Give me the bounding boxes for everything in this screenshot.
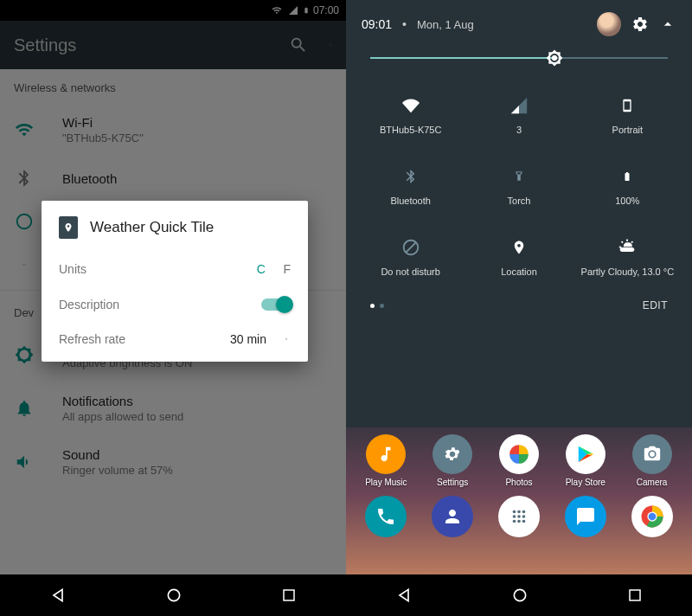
refresh-row[interactable]: Refresh rate 30 min [42,322,308,362]
app-label: Settings [437,478,468,487]
qs-location-label: Location [501,266,537,277]
portrait-icon [620,95,634,116]
recent-button[interactable] [627,587,643,603]
app-play-store[interactable]: Play Store [554,434,617,487]
dnd-icon [401,237,420,258]
qs-torch-label: Torch [508,196,531,206]
dock [346,487,692,546]
user-avatar[interactable] [597,12,621,36]
qs-signal-label: 3 [516,125,522,135]
units-row[interactable]: Units C F [42,251,308,287]
qs-wifi-label: BTHub5-K75C [380,125,442,135]
app-drawer-button[interactable] [498,496,540,537]
notifications-label: Notifications [62,394,183,408]
nav-bar [0,574,346,616]
status-bar: 07:00 [0,0,346,21]
units-fahrenheit[interactable]: F [283,262,291,276]
units-celsius[interactable]: C [257,262,266,276]
qs-tile-signal[interactable]: 3 [465,80,573,151]
back-button[interactable] [395,587,413,604]
wifi-icon [270,5,284,16]
qs-portrait-label: Portrait [612,125,643,135]
qs-battery-label: 100% [615,196,639,206]
app-bar-title: Settings [14,35,289,55]
app-label: Photos [505,478,532,487]
units-label: Units [59,262,257,276]
brightness-thumb-icon[interactable] [544,48,565,68]
overflow-icon[interactable] [329,37,332,53]
qs-tile-bluetooth[interactable]: Bluetooth [356,151,465,221]
signal-icon [509,95,529,116]
weather-tile-icon [59,216,78,239]
bluetooth-label: Bluetooth [62,171,117,186]
qs-tile-weather[interactable]: Partly Cloudy, 13.0 °C [573,221,682,292]
svg-point-4 [517,510,521,514]
svg-point-11 [522,520,526,523]
qs-tile-battery[interactable]: 100% [573,151,682,221]
home-button[interactable] [511,587,529,604]
app-camera[interactable]: Camera [621,434,683,487]
qs-sep: • [402,17,407,31]
settings-item-notifications[interactable]: Notifications All apps allowed to send [0,382,346,435]
app-settings[interactable]: Settings [421,434,484,487]
status-time: 07:00 [313,4,339,16]
gear-icon[interactable] [631,16,649,33]
app-label: Play Music [365,478,407,487]
svg-point-2 [650,452,655,457]
qs-tile-location[interactable]: Location [465,221,573,292]
pager-dots[interactable] [370,304,384,308]
dock-contacts[interactable] [432,496,473,537]
qs-tile-portrait[interactable]: Portrait [573,80,682,151]
notifications-status: All apps allowed to send [62,410,183,423]
brightness-slider[interactable] [346,48,692,80]
quick-settings-panel: 09:01 • Mon, 1 Aug BTHub5-K75C [346,0,692,427]
edit-button[interactable]: EDIT [643,299,668,311]
settings-item-wifi[interactable]: Wi-Fi "BTHub5-K75C" [0,103,346,157]
app-play-music[interactable]: Play Music [355,434,417,487]
refresh-label: Refresh rate [59,332,230,346]
description-toggle[interactable] [261,298,291,311]
svg-point-5 [522,510,526,514]
sound-label: Sound [62,447,173,462]
right-phone-quicksettings: 09:01 • Mon, 1 Aug BTHub5-K75C [346,0,692,616]
location-icon [511,237,527,258]
home-button[interactable] [165,587,183,604]
weather-icon [617,237,638,258]
settings-item-bluetooth[interactable]: Bluetooth [0,157,346,200]
wifi-status: "BTHub5-K75C" [62,132,144,144]
svg-point-9 [513,520,516,523]
app-bar: Settings [0,21,346,69]
recent-button[interactable] [281,587,297,603]
dropdown-icon[interactable] [282,337,291,342]
collapse-icon[interactable] [659,16,676,33]
search-icon[interactable] [289,35,308,55]
weather-tile-dialog: Weather Quick Tile Units C F Description… [42,201,308,362]
app-label: Camera [637,478,668,487]
svg-point-15 [514,589,525,600]
back-button[interactable] [49,587,67,604]
left-phone-settings: 07:00 Settings Wireless & networks Wi-Fi… [0,0,346,616]
dock-chrome[interactable] [631,496,673,537]
description-row[interactable]: Description [42,287,308,322]
signal-icon [287,5,299,16]
nav-bar [346,574,692,616]
description-label: Description [59,298,261,311]
qs-footer: EDIT [346,292,692,324]
svg-rect-1 [284,590,294,600]
svg-point-10 [517,520,521,523]
svg-point-8 [522,515,526,518]
app-photos[interactable]: Photos [488,434,550,487]
dock-dialer[interactable] [365,496,407,537]
qs-tile-wifi[interactable]: BTHub5-K75C [356,80,465,151]
qs-tile-dnd[interactable]: Do not disturb [356,221,465,292]
wifi-label: Wi-Fi [62,115,144,130]
qs-time: 09:01 [362,17,392,31]
qs-dnd-label: Do not disturb [381,266,439,277]
qs-date[interactable]: Mon, 1 Aug [417,18,474,31]
dock-messages[interactable] [565,496,606,537]
qs-tile-torch[interactable]: Torch [465,151,573,221]
svg-point-6 [513,515,516,518]
home-row-apps: Play Music Settings Photos Play Store Ca… [346,427,692,487]
dialog-title: Weather Quick Tile [90,219,214,236]
settings-item-sound[interactable]: Sound Ringer volume at 57% [0,435,346,489]
